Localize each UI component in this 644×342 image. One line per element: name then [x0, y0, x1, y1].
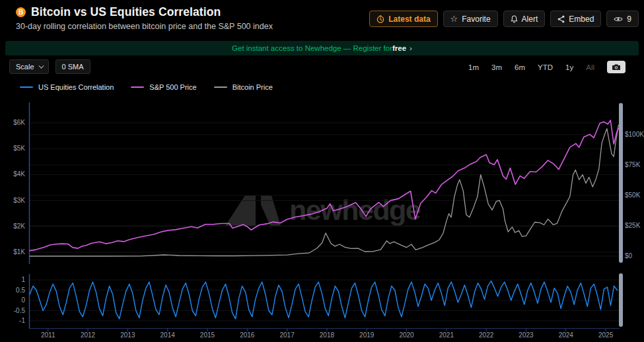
axis-tick-label: 2017 — [274, 331, 301, 339]
axis-tick-label: 2013 — [114, 331, 141, 339]
axis-tick-label: $25K — [625, 222, 644, 229]
axis-tick-label: 2021 — [433, 331, 460, 339]
scrollbar-handle[interactable] — [619, 273, 623, 327]
axis-tick-label: 2024 — [553, 331, 579, 339]
axis-tick-label: -0.5 — [0, 307, 25, 314]
axis-tick-label: 0.5 — [0, 287, 25, 294]
axis-tick-label: $5K — [0, 145, 25, 152]
newhedge-chart-page: B Bitcoin vs US Equities Correlation 30-… — [0, 0, 644, 342]
price-chart[interactable] — [30, 102, 619, 264]
scrollbar-handle[interactable] — [619, 103, 623, 263]
axis-tick-label: 2016 — [234, 331, 260, 339]
axis-tick-label: $75K — [625, 161, 644, 168]
correlation-chart[interactable] — [30, 274, 619, 328]
axis-tick-label: $0 — [625, 252, 644, 259]
watermark: newhedge — [225, 194, 420, 226]
newhedge-logo-icon — [225, 195, 281, 226]
axis-tick-label: $4K — [0, 170, 25, 178]
axis-tick-label: 2011 — [35, 331, 61, 339]
axis-tick-label: 2022 — [473, 331, 499, 339]
axis-tick-label: -1 — [0, 317, 25, 324]
axis-tick-label: 2015 — [194, 331, 221, 339]
axis-tick-label: 1 — [0, 276, 25, 283]
axis-tick-label: 2019 — [353, 331, 380, 339]
axis-tick-label: $2K — [0, 222, 25, 230]
axis-tick-label: $1K — [0, 248, 25, 256]
axis-tick-label: $100K — [625, 131, 644, 138]
axis-tick-label: 2018 — [314, 331, 340, 339]
axis-tick-label: 2023 — [513, 331, 539, 339]
axis-tick-label: $3K — [0, 197, 25, 204]
axis-tick-label: 2025 — [592, 331, 619, 339]
axis-tick-label: $50K — [625, 191, 644, 199]
axis-tick-label: 2012 — [75, 331, 101, 339]
chart-region: newhedge $6K$5K$4K$3K$2K$1K$100K$75K$50K… — [0, 0, 644, 342]
axis-tick-label: 2014 — [155, 331, 181, 339]
axis-tick-label: 0 — [0, 296, 25, 304]
watermark-text: newhedge — [289, 194, 420, 226]
axis-tick-label: 2020 — [394, 331, 420, 339]
axis-tick-label: $6K — [0, 119, 25, 126]
